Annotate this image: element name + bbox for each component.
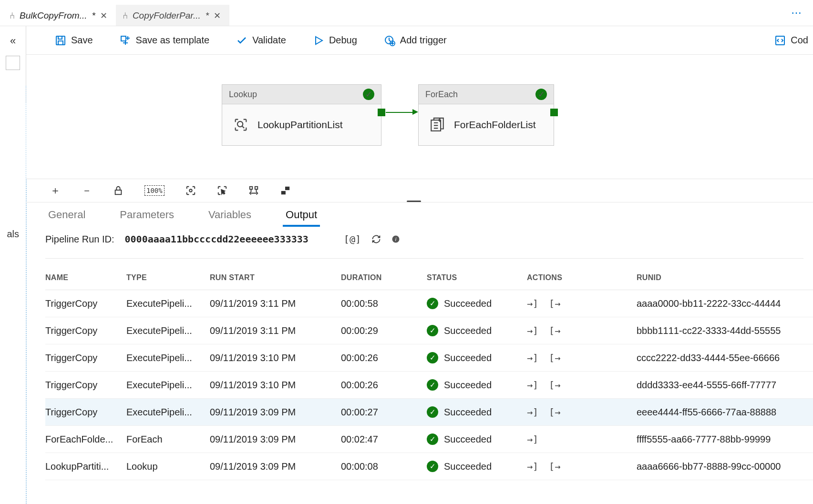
- activity-type: ForEach: [425, 90, 458, 100]
- align-icon[interactable]: [280, 185, 290, 196]
- output-icon[interactable]: [→: [549, 406, 560, 418]
- remove-icon[interactable]: －: [82, 183, 92, 198]
- table-row[interactable]: TriggerCopyExecutePipeli...09/11/2019 3:…: [45, 317, 813, 344]
- layout-icon[interactable]: [248, 185, 259, 196]
- close-icon[interactable]: ✕: [100, 10, 107, 21]
- output-icon[interactable]: [→: [549, 325, 560, 336]
- output-icon[interactable]: [→: [549, 461, 560, 472]
- debug-label: Debug: [329, 35, 357, 46]
- cell-actions: →][→: [527, 290, 637, 317]
- close-icon[interactable]: ✕: [214, 10, 221, 21]
- collapse-icon[interactable]: «: [10, 35, 16, 47]
- cell-type: ExecutePipeli...: [126, 399, 210, 426]
- cell-status: ✓Succeeded: [427, 426, 527, 453]
- cell-type: ExecutePipeli...: [126, 290, 210, 317]
- table-row[interactable]: TriggerCopyExecutePipeli...09/11/2019 3:…: [45, 399, 813, 426]
- zoom-fit-icon[interactable]: [185, 185, 196, 196]
- save-button[interactable]: Save: [55, 35, 93, 46]
- success-icon: ✓: [427, 298, 438, 309]
- cell-runid: aaaa0000-bb11-2222-33cc-44444: [637, 290, 813, 317]
- input-icon[interactable]: →]: [527, 461, 538, 472]
- tab-variables[interactable]: Variables: [206, 205, 254, 227]
- output-icon[interactable]: [→: [549, 352, 560, 363]
- foreach-icon: [429, 117, 445, 133]
- activity-name: LookupPartitionList: [257, 119, 343, 131]
- success-icon: ✓: [427, 433, 438, 445]
- success-icon: ✓: [363, 89, 374, 100]
- success-icon: ✓: [427, 406, 438, 418]
- pipeline-canvas[interactable]: Lookup ✓ LookupPartitionList ForEach ✓ F…: [26, 55, 813, 179]
- code-icon: [774, 35, 786, 46]
- cell-runid: aaaa6666-bb77-8888-99cc-00000: [637, 453, 813, 480]
- input-icon[interactable]: →]: [527, 433, 538, 445]
- cell-dur: 00:00:26: [341, 344, 427, 372]
- cell-actions: →][→: [527, 372, 637, 399]
- cell-status: ✓Succeeded: [427, 290, 527, 317]
- editor-tabs: ⑃ BulkCopyFrom... * ✕ ⑃ CopyFolderPar...…: [0, 0, 813, 26]
- run-id-value: 0000aaaa11bbccccdd22eeeeee333333: [125, 233, 309, 245]
- connector-handle[interactable]: [378, 109, 385, 116]
- tab-label: CopyFolderPar...: [133, 10, 201, 21]
- cell-type: ExecutePipeli...: [126, 372, 210, 399]
- tab-general[interactable]: General: [45, 205, 88, 227]
- check-icon: [236, 35, 247, 46]
- output-icon[interactable]: [→: [549, 379, 560, 391]
- select-icon[interactable]: [217, 185, 227, 196]
- tab-copyfolder[interactable]: ⑃ CopyFolderPar... * ✕: [116, 5, 229, 26]
- table-row[interactable]: TriggerCopyExecutePipeli...09/11/2019 3:…: [45, 372, 813, 399]
- svg-point-7: [237, 121, 243, 127]
- tab-parameters[interactable]: Parameters: [117, 205, 177, 227]
- activity-name: ForEachFolderList: [454, 119, 536, 131]
- cell-start: 09/11/2019 3:09 PM: [210, 453, 341, 480]
- connector-handle[interactable]: [550, 109, 558, 116]
- cell-status: ✓Succeeded: [427, 317, 527, 344]
- pipeline-icon: ⑃: [123, 10, 128, 21]
- more-icon[interactable]: ⋯: [791, 7, 803, 19]
- tab-output[interactable]: Output: [283, 205, 320, 227]
- input-icon[interactable]: →]: [527, 298, 538, 309]
- cell-start: 09/11/2019 3:11 PM: [210, 317, 341, 344]
- debug-button[interactable]: Debug: [313, 35, 357, 46]
- col-runid: RUNID: [637, 266, 813, 290]
- table-row[interactable]: TriggerCopyExecutePipeli...09/11/2019 3:…: [45, 290, 813, 317]
- cell-name: ForEachFolde...: [45, 426, 126, 453]
- code-button[interactable]: Cod: [774, 35, 808, 46]
- save-template-button[interactable]: Save as template: [120, 35, 210, 46]
- cell-actions: →][→: [527, 399, 637, 426]
- col-start: RUN START: [210, 266, 341, 290]
- cell-type: ForEach: [126, 426, 210, 453]
- zoom-100-icon[interactable]: 100%: [144, 185, 165, 196]
- table-row[interactable]: TriggerCopyExecutePipeli...09/11/2019 3:…: [45, 344, 813, 372]
- output-icon[interactable]: [→: [549, 298, 560, 309]
- refresh-icon[interactable]: [371, 234, 381, 244]
- table-row[interactable]: ForEachFolde...ForEach09/11/2019 3:09 PM…: [45, 426, 813, 453]
- input-icon[interactable]: →]: [527, 352, 538, 363]
- input-icon[interactable]: →]: [527, 406, 538, 418]
- cell-status: ✓Succeeded: [427, 344, 527, 372]
- cell-type: Lookup: [126, 453, 210, 480]
- expression-icon[interactable]: [@]: [344, 233, 361, 245]
- cell-name: TriggerCopy: [45, 290, 126, 317]
- col-actions: ACTIONS: [527, 266, 637, 290]
- info-icon[interactable]: i: [391, 235, 400, 243]
- cell-start: 09/11/2019 3:10 PM: [210, 344, 341, 372]
- input-icon[interactable]: →]: [527, 325, 538, 336]
- activity-lookup[interactable]: Lookup ✓ LookupPartitionList: [222, 84, 381, 146]
- add-trigger-button[interactable]: Add trigger: [384, 35, 447, 46]
- cell-status: ✓Succeeded: [427, 453, 527, 480]
- cell-actions: →][→: [527, 344, 637, 372]
- tab-bulkcopy[interactable]: ⑃ BulkCopyFrom... * ✕: [3, 5, 116, 26]
- cell-type: ExecutePipeli...: [126, 344, 210, 372]
- table-row[interactable]: LookupPartiti...Lookup09/11/2019 3:09 PM…: [45, 453, 813, 480]
- toolbox-item[interactable]: [6, 56, 20, 70]
- svg-rect-12: [255, 187, 257, 190]
- validate-button[interactable]: Validate: [236, 35, 286, 46]
- activity-foreach[interactable]: ForEach ✓ ForEachFolderList: [418, 84, 554, 146]
- add-icon[interactable]: ＋: [50, 183, 61, 198]
- cell-runid: cccc2222-dd33-4444-55ee-66666: [637, 344, 813, 372]
- lock-icon[interactable]: [113, 185, 123, 196]
- resize-handle[interactable]: [407, 201, 421, 202]
- cell-actions: →][→: [527, 317, 637, 344]
- input-icon[interactable]: →]: [527, 379, 538, 391]
- svg-point-10: [189, 189, 192, 192]
